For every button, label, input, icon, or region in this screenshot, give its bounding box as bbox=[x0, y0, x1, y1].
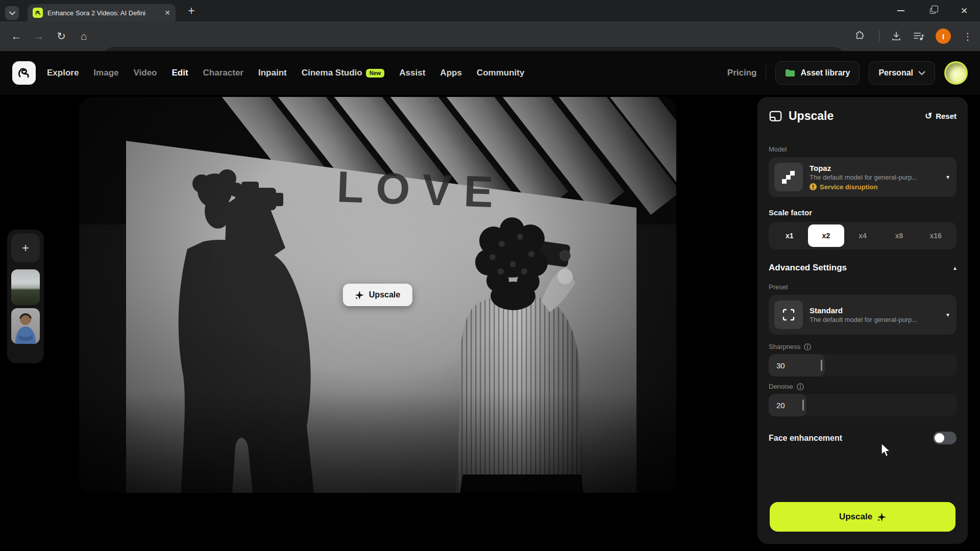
advanced-settings-toggle[interactable]: Advanced Settings ▴ bbox=[769, 263, 957, 273]
scale-factor-control: x1 x2 x4 x8 x16 bbox=[769, 222, 957, 249]
denoise-slider-handle[interactable] bbox=[802, 399, 804, 411]
extensions-puzzle-icon[interactable] bbox=[849, 21, 870, 51]
upscale-submit-button[interactable]: Upscale bbox=[770, 502, 955, 532]
advanced-settings-label: Advanced Settings bbox=[769, 263, 847, 273]
upscale-panel: Upscale ↺ Reset Model Topaz The default … bbox=[757, 97, 968, 544]
asset-library-label: Asset library bbox=[800, 68, 850, 78]
restore-icon bbox=[930, 8, 936, 14]
model-name: Topaz bbox=[810, 164, 940, 172]
downloads-icon[interactable] bbox=[886, 21, 906, 51]
add-media-button[interactable]: + bbox=[11, 234, 40, 262]
browser-tab[interactable]: Enhance Sora 2 Videos: AI Defini ✕ bbox=[28, 4, 176, 21]
preset-description: The default model for general-purp... bbox=[810, 316, 940, 323]
home-button[interactable]: ⌂ bbox=[74, 21, 94, 51]
reload-button[interactable]: ↻ bbox=[51, 21, 71, 51]
sharpness-info-icon[interactable] bbox=[804, 343, 811, 350]
tab-search-chevron-icon[interactable] bbox=[5, 6, 19, 20]
preset-selector[interactable]: Standard The default model for general-p… bbox=[769, 295, 957, 335]
advanced-caret-up-icon: ▴ bbox=[953, 264, 957, 271]
scale-x8[interactable]: x8 bbox=[881, 224, 918, 247]
browser-profile-avatar[interactable]: I bbox=[936, 29, 951, 44]
upscale-submit-label: Upscale bbox=[839, 512, 872, 522]
tab-close-icon[interactable]: ✕ bbox=[164, 9, 170, 16]
nav-inpaint[interactable]: Inpaint bbox=[258, 68, 287, 78]
canvas-upscale-label: Upscale bbox=[369, 290, 400, 299]
preset-thumbnail-icon bbox=[774, 300, 803, 329]
face-enhancement-label: Face enhancement bbox=[769, 434, 842, 443]
main-nav: Explore Image Video Edit Character Inpai… bbox=[47, 68, 524, 78]
sharpness-value: 30 bbox=[776, 361, 785, 370]
scale-factor-label: Scale factor bbox=[769, 208, 957, 217]
reset-label: Reset bbox=[936, 112, 957, 120]
header-divider bbox=[766, 65, 766, 81]
sparkle-icon bbox=[355, 291, 364, 299]
sharpness-label: Sharpness bbox=[769, 343, 800, 350]
model-thumbnail-icon bbox=[774, 163, 803, 191]
chevron-down-icon bbox=[918, 71, 925, 76]
workspace-label: Personal bbox=[878, 68, 913, 78]
media-queue-icon[interactable] bbox=[909, 21, 929, 51]
close-icon: ✕ bbox=[961, 7, 968, 15]
denoise-slider-fill: 20 bbox=[769, 394, 806, 416]
model-description: The default model for general-purp... bbox=[810, 173, 940, 181]
scale-x2[interactable]: x2 bbox=[808, 224, 845, 247]
nav-pricing[interactable]: Pricing bbox=[727, 68, 757, 78]
denoise-slider[interactable]: 20 bbox=[769, 394, 957, 416]
browser-tab-strip: Enhance Sora 2 Videos: AI Defini ✕ + ✕ bbox=[0, 0, 980, 21]
toggle-knob bbox=[935, 433, 944, 443]
nav-community[interactable]: Community bbox=[477, 68, 525, 78]
asset-library-button[interactable]: Asset library bbox=[775, 61, 860, 85]
window-close-button[interactable]: ✕ bbox=[948, 0, 980, 21]
photo-bottom-fade bbox=[79, 391, 676, 493]
nav-cinema-studio[interactable]: Cinema Studio New bbox=[302, 68, 385, 78]
window-minimize-button[interactable] bbox=[885, 0, 917, 21]
site-header: Explore Image Video Edit Character Inpai… bbox=[0, 51, 980, 95]
mouse-cursor bbox=[880, 443, 892, 458]
nav-apps[interactable]: Apps bbox=[440, 68, 462, 78]
preset-name: Standard bbox=[810, 306, 940, 315]
model-caret-icon: ▾ bbox=[946, 173, 949, 181]
user-avatar[interactable] bbox=[944, 61, 968, 85]
media-rail: + bbox=[7, 230, 44, 363]
denoise-info-icon[interactable] bbox=[797, 383, 804, 390]
model-warning-text: Service disruption bbox=[820, 183, 877, 191]
sharpness-slider-fill: 30 bbox=[769, 354, 825, 377]
forward-button[interactable]: → bbox=[29, 21, 49, 51]
window-restore-button[interactable] bbox=[917, 0, 948, 21]
media-thumbnail-portrait[interactable] bbox=[11, 308, 40, 344]
new-badge: New bbox=[366, 69, 385, 78]
model-label: Model bbox=[769, 145, 957, 153]
media-canvas: LOVE bbox=[79, 97, 676, 493]
folder-icon bbox=[785, 69, 795, 77]
reset-button[interactable]: ↺ Reset bbox=[925, 112, 957, 120]
nav-explore[interactable]: Explore bbox=[47, 68, 79, 78]
scale-x16[interactable]: x16 bbox=[917, 224, 954, 247]
sharpness-slider[interactable]: 30 bbox=[769, 354, 957, 377]
nav-assist[interactable]: Assist bbox=[399, 68, 425, 78]
preset-caret-icon: ▾ bbox=[946, 311, 949, 318]
panel-title: Upscale bbox=[789, 109, 834, 123]
back-button[interactable]: ← bbox=[6, 21, 27, 51]
browser-menu-kebab-icon[interactable]: ⋮ bbox=[958, 21, 978, 51]
media-thumbnail-landscape[interactable] bbox=[11, 269, 40, 305]
tab-title: Enhance Sora 2 Videos: AI Defini bbox=[47, 9, 149, 17]
scale-x4[interactable]: x4 bbox=[844, 224, 881, 247]
face-enhancement-toggle[interactable] bbox=[933, 432, 957, 444]
nav-character[interactable]: Character bbox=[203, 68, 243, 78]
scale-x1[interactable]: x1 bbox=[771, 224, 808, 247]
reset-icon: ↺ bbox=[925, 112, 932, 120]
minimize-icon bbox=[897, 10, 904, 11]
workspace-selector[interactable]: Personal bbox=[869, 61, 935, 85]
toolbar-divider bbox=[879, 30, 879, 42]
denoise-value: 20 bbox=[776, 401, 785, 410]
preset-label: Preset bbox=[769, 283, 957, 291]
sharpness-slider-handle[interactable] bbox=[821, 360, 822, 371]
higgsfield-logo[interactable] bbox=[12, 61, 36, 85]
nav-image[interactable]: Image bbox=[93, 68, 118, 78]
nav-edit[interactable]: Edit bbox=[172, 68, 188, 78]
nav-video[interactable]: Video bbox=[134, 68, 157, 78]
new-tab-button[interactable]: + bbox=[184, 3, 199, 18]
model-selector[interactable]: Topaz The default model for general-purp… bbox=[769, 157, 957, 197]
nav-cinema-studio-label: Cinema Studio bbox=[302, 68, 362, 78]
canvas-upscale-button[interactable]: Upscale bbox=[343, 284, 412, 306]
